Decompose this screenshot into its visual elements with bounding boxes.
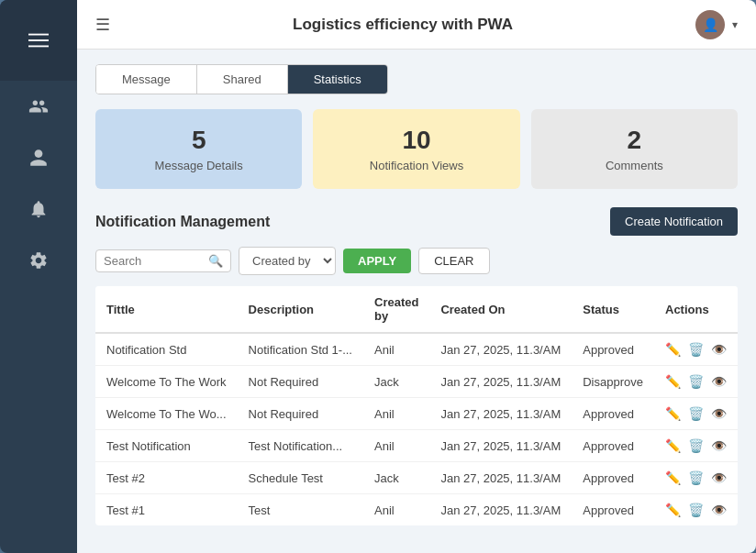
filter-row: 🔍 Created by APPLY CLEAR [95, 247, 738, 275]
cell-title: Welcome To The Work [95, 366, 238, 398]
cell-status: Approved [572, 333, 654, 366]
hamburger-icon[interactable]: ☰ [95, 15, 110, 35]
cell-created-by: Anil [363, 494, 429, 526]
stat-label-views: Notification Views [370, 159, 463, 172]
tab-bar: Message Shared Statistics [95, 64, 388, 94]
cell-created-on: Jan 27, 2025, 11.3/AM [429, 494, 572, 526]
edit-icon[interactable]: ✏️ [665, 374, 681, 389]
cell-created-by: Jack [363, 366, 429, 398]
cell-created-by: Anil [363, 430, 429, 462]
clear-button[interactable]: CLEAR [418, 248, 489, 274]
cell-desc: Notification Std 1-... [238, 333, 363, 366]
sidebar [0, 0, 77, 553]
svg-rect-0 [28, 34, 49, 36]
cell-desc: Not Required [238, 366, 363, 398]
person-icon[interactable] [20, 139, 57, 176]
cell-desc: Test Notification... [238, 430, 363, 462]
delete-icon[interactable]: 🗑️ [688, 406, 704, 421]
stat-number-comments: 2 [628, 126, 642, 155]
cell-desc: Not Required [238, 398, 363, 430]
cell-actions: ✏️ 🗑️ 👁️ [654, 366, 738, 398]
cell-status: Approved [572, 430, 654, 462]
stat-card-messages: 5 Message Details [95, 109, 302, 189]
cell-created-on: Jan 27, 2025, 11.3/AM [429, 462, 572, 494]
search-wrap: 🔍 [95, 249, 231, 272]
view-icon[interactable]: 👁️ [711, 438, 727, 453]
col-header-actions: Actions [654, 286, 738, 333]
cell-created-by: Anil [363, 398, 429, 430]
stat-number-views: 10 [402, 126, 430, 155]
edit-icon[interactable]: ✏️ [665, 406, 681, 421]
stat-card-views: 10 Notification Views [313, 109, 519, 189]
table-row: Welcome To The Wo... Not Required Anil J… [95, 398, 738, 430]
top-right-controls: 👤 ▾ [695, 10, 738, 39]
top-bar: ☰ Logistics efficiency with PWA 👤 ▾ [77, 0, 756, 50]
svg-rect-2 [28, 46, 49, 48]
notifications-table: Tittle Description Created by Created On… [95, 286, 738, 525]
col-header-title: Tittle [95, 286, 238, 333]
cell-created-by: Jack [363, 462, 429, 494]
cell-title: Test Notification [95, 430, 238, 462]
delete-icon[interactable]: 🗑️ [688, 342, 704, 357]
avatar[interactable]: 👤 [695, 10, 725, 39]
col-header-desc: Description [238, 286, 363, 333]
cell-status: Approved [572, 494, 654, 526]
cell-created-on: Jan 27, 2025, 11.3/AM [429, 398, 572, 430]
chevron-down-icon[interactable]: ▾ [732, 18, 738, 31]
cell-status: Approved [572, 398, 654, 430]
table-row: Test Notification Test Notification... A… [95, 430, 738, 462]
stat-label-comments: Comments [606, 159, 663, 172]
cell-title: Notification Std [95, 333, 238, 366]
edit-icon[interactable]: ✏️ [665, 503, 681, 517]
cell-desc: Test [238, 494, 363, 526]
table-row: Test #2 Schedule Test Jack Jan 27, 2025,… [95, 462, 738, 494]
edit-icon[interactable]: ✏️ [665, 342, 681, 357]
stat-card-comments: 2 Comments [531, 109, 738, 189]
delete-icon[interactable]: 🗑️ [688, 470, 704, 485]
view-icon[interactable]: 👁️ [711, 406, 727, 421]
cell-actions: ✏️ 🗑️ 👁️ [654, 462, 738, 494]
edit-icon[interactable]: ✏️ [665, 470, 681, 485]
created-by-filter[interactable]: Created by [239, 247, 336, 275]
view-icon[interactable]: 👁️ [711, 374, 727, 389]
app-title: Logistics efficiency with PWA [293, 16, 513, 34]
stats-row: 5 Message Details 10 Notification Views … [95, 109, 738, 189]
tab-statistics[interactable]: Statistics [288, 65, 387, 94]
apply-button[interactable]: APPLY [343, 249, 411, 273]
svg-rect-1 [28, 39, 49, 41]
users-icon[interactable] [20, 88, 57, 125]
delete-icon[interactable]: 🗑️ [688, 374, 704, 389]
settings-icon[interactable] [20, 242, 57, 279]
table-row: Notification Std Notification Std 1-... … [95, 333, 738, 366]
app-container: ☰ Logistics efficiency with PWA 👤 ▾ Mess… [0, 0, 756, 553]
col-header-status: Status [572, 286, 654, 333]
cell-title: Test #2 [95, 462, 238, 494]
view-icon[interactable]: 👁️ [711, 470, 727, 485]
stat-label-messages: Message Details [155, 159, 243, 172]
cell-actions: ✏️ 🗑️ 👁️ [654, 494, 738, 526]
view-icon[interactable]: 👁️ [711, 503, 727, 517]
col-header-created-on: Created On [429, 286, 572, 333]
tab-message[interactable]: Message [96, 65, 197, 94]
col-header-created-by: Created by [363, 286, 429, 333]
cell-title: Welcome To The Wo... [95, 398, 238, 430]
delete-icon[interactable]: 🗑️ [688, 438, 704, 453]
create-notification-button[interactable]: Create Notification [610, 207, 738, 236]
table-row: Welcome To The Work Not Required Jack Ja… [95, 366, 738, 398]
cell-actions: ✏️ 🗑️ 👁️ [654, 430, 738, 462]
edit-icon[interactable]: ✏️ [665, 438, 681, 453]
cell-status: Disapprove [572, 366, 654, 398]
search-input[interactable] [104, 254, 205, 268]
cell-created-on: Jan 27, 2025, 11.3/AM [429, 366, 572, 398]
bell-icon[interactable] [20, 191, 57, 227]
delete-icon[interactable]: 🗑️ [688, 503, 704, 517]
view-icon[interactable]: 👁️ [711, 342, 727, 357]
table-header-row: Tittle Description Created by Created On… [95, 286, 738, 333]
tab-shared[interactable]: Shared [197, 65, 288, 94]
search-icon: 🔍 [208, 254, 223, 268]
menu-icon[interactable] [20, 22, 57, 59]
cell-created-on: Jan 27, 2025, 11.3/AM [429, 430, 572, 462]
cell-title: Test #1 [95, 494, 238, 526]
cell-desc: Schedule Test [238, 462, 363, 494]
sidebar-header [0, 0, 77, 81]
